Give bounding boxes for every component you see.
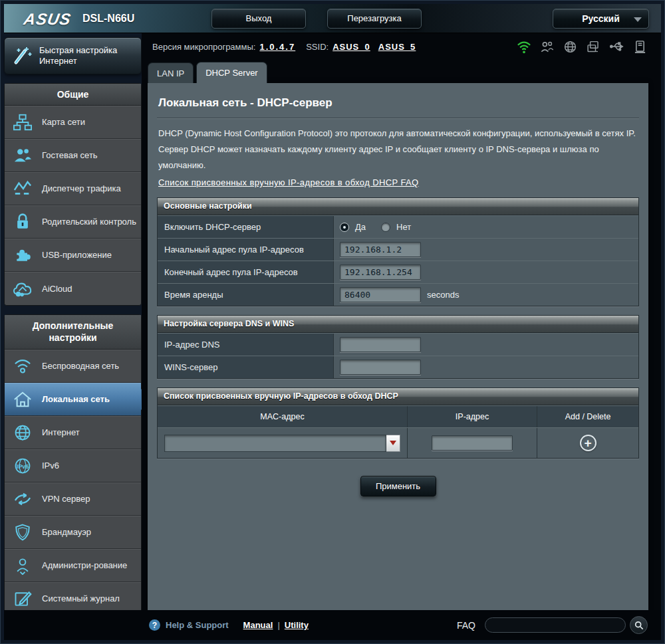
magic-wand-icon — [10, 45, 33, 67]
pool-end-label: Конечный адрес пула IP-адресов — [158, 261, 334, 283]
modem-icon[interactable] — [634, 40, 646, 54]
mac-combobox — [164, 435, 400, 452]
aicloud-icon — [11, 280, 34, 298]
guest-network-icon — [11, 146, 34, 165]
sidebar-item-label: VPN сервер — [42, 494, 90, 504]
pool-start-input[interactable] — [340, 242, 421, 257]
manual-table-header: MAC-адрес IP-адрес Add / Delete — [158, 405, 638, 427]
help-question-icon[interactable]: ? — [149, 619, 160, 631]
sidebar-section-general: Общие Карта сети Гостевая сет — [4, 83, 142, 306]
col-mac-header: MAC-адрес — [158, 406, 408, 427]
row-dns-ip: IP-адрес DNS — [158, 333, 638, 356]
dropdown-arrow-icon — [390, 441, 396, 445]
ipv6-icon: IPv6 — [11, 457, 34, 475]
status-bar: Версия микропрограммы: 1.0.4.7 SSID: ASU… — [142, 33, 661, 60]
firmware-version-link[interactable]: 1.0.4.7 — [259, 42, 295, 52]
section-basic-settings: Основные настройки Включить DHCP-сервер … — [157, 197, 639, 306]
tab-lan-ip[interactable]: LAN IP — [148, 62, 194, 83]
lease-time-label: Время аренды — [158, 284, 334, 306]
pool-start-value — [334, 239, 638, 261]
sidebar-item-wan[interactable]: Интернет — [5, 416, 141, 449]
section-manual-assignment: Список присвоенных вручную IP-адресов в … — [157, 387, 639, 459]
top-bar: ASUS DSL-N66U Выход Перезагрузка Русский — [4, 4, 661, 33]
dhcp-yes-radio[interactable] — [340, 223, 349, 232]
sidebar-item-wireless[interactable]: Беспроводная сеть — [5, 350, 141, 383]
mac-address-input[interactable] — [164, 435, 386, 452]
sidebar-item-traffic-manager[interactable]: Диспетчер трафика — [5, 172, 141, 205]
parental-control-icon — [11, 213, 34, 231]
router-admin-window: ASUS DSL-N66U Выход Перезагрузка Русский… — [0, 0, 665, 644]
faq-search-button[interactable] — [630, 616, 648, 634]
row-pool-end: Конечный адрес пула IP-адресов — [158, 261, 638, 283]
sidebar-item-vpn[interactable]: VPN сервер — [5, 483, 141, 516]
manual-assignment-faq-link[interactable]: Список присвоенных вручную IP-адресов в … — [157, 175, 420, 189]
quick-setup-button[interactable]: Быстрая настройка Интернет — [4, 37, 142, 74]
sidebar-item-usb-application[interactable]: USB-приложение — [5, 239, 141, 272]
sidebar-item-administration[interactable]: Администри-рование — [5, 549, 141, 582]
sidebar-item-label: Родительский контроль — [42, 217, 136, 227]
faq-search-input[interactable] — [485, 617, 626, 633]
section-dns-header: Настройка сервера DNS и WINS — [158, 316, 638, 333]
usb-icon[interactable] — [609, 40, 625, 53]
system-log-icon — [11, 590, 34, 608]
logout-button[interactable]: Выход — [211, 9, 306, 29]
sidebar-item-label: Гостевая сеть — [42, 150, 98, 161]
printer-icon[interactable] — [586, 40, 600, 54]
lease-time-input[interactable] — [340, 287, 421, 302]
language-dropdown[interactable]: Русский — [553, 9, 649, 29]
clients-icon[interactable] — [540, 40, 555, 54]
ip-address-input[interactable] — [432, 435, 513, 451]
internet-icon[interactable] — [563, 40, 577, 54]
add-entry-button[interactable]: + — [580, 435, 597, 451]
dhcp-no-radio[interactable] — [381, 223, 390, 232]
sidebar-item-guest-network[interactable]: Гостевая сеть — [5, 139, 141, 172]
sidebar: Быстрая настройка Интернет Общие Карта с… — [4, 37, 142, 616]
lan-home-icon — [11, 390, 34, 409]
utility-link[interactable]: Utility — [285, 620, 309, 630]
traffic-manager-icon — [11, 179, 34, 198]
sidebar-item-network-map[interactable]: Карта сети — [5, 106, 141, 139]
apply-button[interactable]: Применить — [360, 476, 436, 496]
sidebar-item-label: Беспроводная сеть — [42, 361, 119, 372]
usb-app-icon — [11, 246, 34, 265]
mac-dropdown-button[interactable] — [386, 435, 400, 452]
pool-end-value — [334, 261, 638, 283]
internet-globe-icon — [11, 423, 34, 442]
page-description: DHCP (Dynamic Host Configuration Protoco… — [157, 119, 639, 175]
dns-ip-input[interactable] — [340, 337, 421, 352]
pool-end-input[interactable] — [340, 265, 421, 280]
firmware-label: Версия микропрограммы: — [152, 42, 255, 52]
manual-link[interactable]: Manual — [243, 620, 273, 630]
wifi-icon[interactable] — [517, 40, 531, 54]
sidebar-item-lan[interactable]: Локальная сеть — [5, 383, 141, 416]
tab-dhcp-server[interactable]: DHCP Server — [196, 62, 267, 83]
sidebar-item-ipv6[interactable]: IPv6 IPv6 — [5, 449, 141, 483]
section-basic-header: Основные настройки — [158, 198, 638, 215]
ssid-link-1[interactable]: ASUS_0 — [332, 42, 370, 52]
svg-text:IPv6: IPv6 — [17, 463, 29, 470]
sidebar-item-label: Администри-рование — [42, 560, 127, 571]
sidebar-item-label: IPv6 — [42, 461, 59, 471]
sidebar-section-advanced: Дополнительные настройки Беспроводная се… — [4, 314, 142, 615]
help-support-link[interactable]: Help & Support — [166, 620, 229, 630]
mac-cell — [158, 428, 408, 458]
status-icons — [517, 40, 646, 54]
add-delete-cell: + — [537, 428, 638, 458]
wins-server-input[interactable] — [340, 360, 421, 375]
row-pool-start: Начальный адрес пула IP-адресов — [158, 238, 638, 261]
vpn-icon — [11, 490, 34, 508]
sidebar-item-label: Диспетчер трафика — [42, 183, 121, 194]
pool-start-label: Начальный адрес пула IP-адресов — [158, 239, 334, 261]
sidebar-advanced-title: Дополнительные настройки — [5, 315, 141, 349]
sidebar-item-label: Локальная сеть — [42, 394, 110, 405]
wins-server-value — [334, 356, 638, 378]
ssid-link-2[interactable]: ASUS_5 — [378, 42, 416, 52]
dhcp-no-label: Нет — [396, 222, 411, 232]
tabs: LAN IP DHCP Server — [142, 60, 661, 83]
reboot-button[interactable]: Перезагрузка — [327, 9, 422, 29]
sidebar-item-label: AiCloud — [42, 284, 72, 294]
sidebar-item-firewall[interactable]: Брандмауэр — [5, 516, 141, 549]
language-value: Русский — [582, 13, 620, 24]
sidebar-item-parental-control[interactable]: Родительский контроль — [5, 205, 141, 239]
sidebar-item-aicloud[interactable]: AiCloud — [5, 272, 141, 305]
